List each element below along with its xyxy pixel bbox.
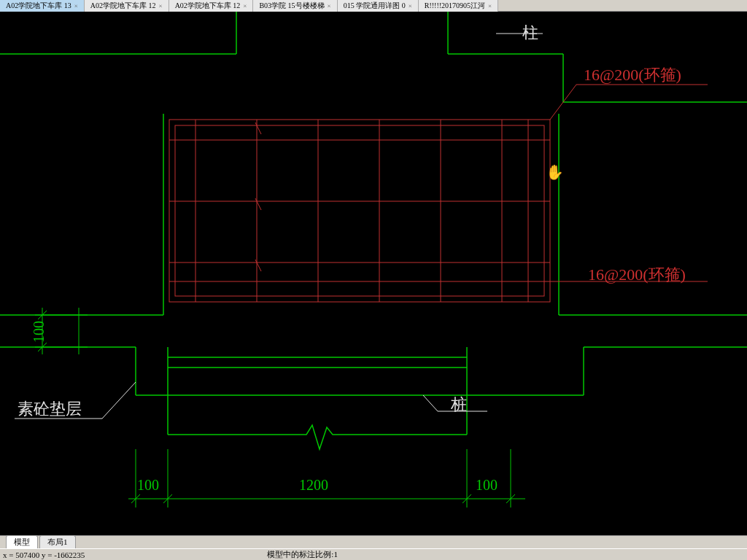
svg-line-43 [423,395,438,411]
dim-100-left: 100 [31,321,47,343]
dim-100-bl: 100 [137,477,159,494]
document-tabs-bar: A02学院地下车库 13 × A02学院地下车库 12 × A02学院地下车库 … [0,0,747,12]
tab-model-label: 模型 [14,537,30,546]
svg-line-36 [255,260,261,271]
svg-line-35 [255,198,261,210]
doc-tab-2[interactable]: A02学院地下车库 12 × [85,0,169,12]
svg-line-34 [255,122,261,134]
doc-tab-3[interactable]: A02学院地下车库 12 × [169,0,254,12]
label-hoop-1: 16@200(环箍) [584,64,681,86]
svg-line-41 [102,382,136,419]
tab-layout1-label: 布局1 [47,537,68,546]
cad-canvas[interactable]: 柱 16@200(环箍) 16@200(环箍) 素砼垫层 桩 100 100 1… [0,12,747,535]
tab-layout1[interactable]: 布局1 [39,535,76,548]
doc-tab-6[interactable]: R!!!!!20170905江河 × [419,0,498,12]
doc-tab-label: B03学院 15号楼楼梯 [259,0,324,12]
close-icon[interactable]: × [243,0,247,12]
status-bar: x = 507400 y = -1662235 模型中的标注比例:1 [0,548,747,560]
layout-tabs-bar: 模型 布局1 [0,535,747,548]
doc-tab-label: A02学院地下车库 13 [6,0,71,12]
doc-tab-5[interactable]: 015 学院通用详图 0 × [338,0,419,12]
status-coords: x = 507400 y = -1662235 [3,551,85,559]
doc-tab-1[interactable]: A02学院地下车库 13 × [0,0,85,12]
close-icon[interactable]: × [328,0,331,12]
status-scale: 模型中的标注比例:1 [267,549,338,560]
close-icon[interactable]: × [74,0,78,12]
doc-tab-4[interactable]: B03学院 15号楼楼梯 × [253,0,337,12]
svg-rect-22 [175,125,544,296]
label-hoop-2: 16@200(环箍) [588,264,686,286]
doc-tab-label: 015 学院通用详图 0 [344,0,406,12]
doc-tab-label: R!!!!!20170905江河 [425,0,485,12]
close-icon[interactable]: × [409,0,412,12]
tab-model[interactable]: 模型 [6,535,38,548]
svg-rect-21 [169,120,550,302]
doc-tab-label: A02学院地下车库 12 [90,0,156,12]
close-icon[interactable]: × [488,0,492,12]
dim-100-br: 100 [476,477,498,494]
doc-tab-label: A02学院地下车库 12 [175,0,241,12]
label-pile: 桩 [451,394,467,416]
label-bedding: 素砼垫层 [18,398,82,420]
label-column: 柱 [522,22,538,44]
dim-1200: 1200 [299,477,328,494]
close-icon[interactable]: × [159,0,163,12]
